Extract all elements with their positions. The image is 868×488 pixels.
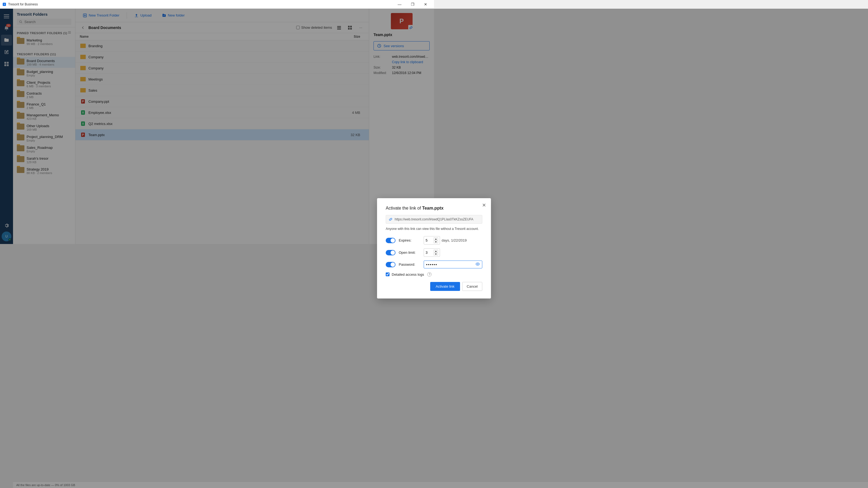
expires-number-input: ▲ ▼ — [424, 236, 434, 244]
close-button[interactable]: ✕ — [420, 0, 432, 9]
modal-title: Activate the link of Team.pptx — [386, 206, 434, 210]
activate-link-modal: ✕ Activate the link of Team.pptx https:/… — [377, 198, 434, 244]
expires-field: Expires: ▲ ▼ days, 1/22/2019 — [386, 236, 434, 244]
svg-text:T: T — [4, 3, 5, 6]
expires-spinner: ▲ ▼ — [434, 237, 434, 243]
modal-url-text: https://web.tresorit.com/l#swdQ1PLlas0Tk… — [395, 218, 434, 221]
expires-toggle[interactable] — [386, 238, 396, 243]
expires-label: Expires: — [399, 238, 421, 242]
app-title: Tresorit for Business — [8, 2, 38, 6]
expires-up-button[interactable]: ▲ — [434, 237, 434, 240]
modal-hint: Anyone with this link can view this file… — [386, 227, 434, 231]
minimize-button[interactable]: — — [393, 0, 406, 9]
expires-input-group: ▲ ▼ days, 1/22/2019 — [424, 236, 434, 244]
app-icon: T — [2, 2, 6, 6]
expires-down-button[interactable]: ▼ — [434, 240, 434, 243]
modal-filename: Team.pptx — [422, 206, 434, 210]
expires-days-input[interactable] — [426, 238, 434, 242]
titlebar-left: T Tresorit for Business — [2, 2, 38, 6]
modal-title-prefix: Activate the link of — [386, 206, 422, 210]
titlebar-controls: — ❐ ✕ — [393, 0, 432, 9]
url-link-icon — [389, 218, 393, 221]
modal-overlay: ✕ Activate the link of Team.pptx https:/… — [0, 9, 434, 244]
modal-url-box: https://web.tresorit.com/l#swdQ1PLlas0Tk… — [386, 215, 434, 224]
restore-button[interactable]: ❐ — [406, 0, 419, 9]
titlebar: T Tresorit for Business — ❐ ✕ — [0, 0, 434, 9]
